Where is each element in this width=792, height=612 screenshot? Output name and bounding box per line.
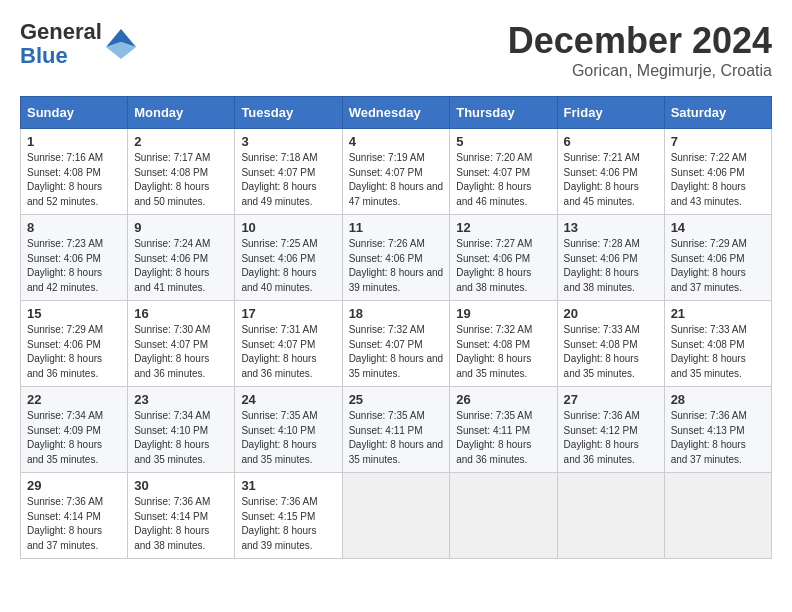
day-number: 1 bbox=[27, 134, 121, 149]
day-number: 20 bbox=[564, 306, 658, 321]
calendar-cell: 13 Sunrise: 7:28 AM Sunset: 4:06 PM Dayl… bbox=[557, 215, 664, 301]
calendar-cell: 1 Sunrise: 7:16 AM Sunset: 4:08 PM Dayli… bbox=[21, 129, 128, 215]
calendar-cell: 4 Sunrise: 7:19 AM Sunset: 4:07 PM Dayli… bbox=[342, 129, 450, 215]
calendar-cell: 3 Sunrise: 7:18 AM Sunset: 4:07 PM Dayli… bbox=[235, 129, 342, 215]
calendar-cell: 11 Sunrise: 7:26 AM Sunset: 4:06 PM Dayl… bbox=[342, 215, 450, 301]
day-info: Sunrise: 7:27 AM Sunset: 4:06 PM Dayligh… bbox=[456, 237, 550, 295]
day-number: 2 bbox=[134, 134, 228, 149]
calendar-cell: 16 Sunrise: 7:30 AM Sunset: 4:07 PM Dayl… bbox=[128, 301, 235, 387]
col-header-wednesday: Wednesday bbox=[342, 97, 450, 129]
page-header: General Blue December 2024 Gorican, Megi… bbox=[20, 20, 772, 80]
day-number: 23 bbox=[134, 392, 228, 407]
calendar-cell: 8 Sunrise: 7:23 AM Sunset: 4:06 PM Dayli… bbox=[21, 215, 128, 301]
calendar-cell: 7 Sunrise: 7:22 AM Sunset: 4:06 PM Dayli… bbox=[664, 129, 771, 215]
calendar-cell: 5 Sunrise: 7:20 AM Sunset: 4:07 PM Dayli… bbox=[450, 129, 557, 215]
calendar-week-row: 15 Sunrise: 7:29 AM Sunset: 4:06 PM Dayl… bbox=[21, 301, 772, 387]
location-subtitle: Gorican, Megimurje, Croatia bbox=[508, 62, 772, 80]
day-number: 6 bbox=[564, 134, 658, 149]
calendar-week-row: 1 Sunrise: 7:16 AM Sunset: 4:08 PM Dayli… bbox=[21, 129, 772, 215]
calendar-cell bbox=[342, 473, 450, 559]
day-info: Sunrise: 7:18 AM Sunset: 4:07 PM Dayligh… bbox=[241, 151, 335, 209]
day-info: Sunrise: 7:26 AM Sunset: 4:06 PM Dayligh… bbox=[349, 237, 444, 295]
day-number: 27 bbox=[564, 392, 658, 407]
logo-general: General bbox=[20, 19, 102, 44]
day-number: 15 bbox=[27, 306, 121, 321]
day-info: Sunrise: 7:29 AM Sunset: 4:06 PM Dayligh… bbox=[27, 323, 121, 381]
day-number: 14 bbox=[671, 220, 765, 235]
logo-icon bbox=[104, 27, 138, 61]
day-number: 24 bbox=[241, 392, 335, 407]
day-number: 3 bbox=[241, 134, 335, 149]
col-header-saturday: Saturday bbox=[664, 97, 771, 129]
calendar-cell bbox=[557, 473, 664, 559]
calendar-cell: 22 Sunrise: 7:34 AM Sunset: 4:09 PM Dayl… bbox=[21, 387, 128, 473]
day-number: 19 bbox=[456, 306, 550, 321]
calendar-cell: 26 Sunrise: 7:35 AM Sunset: 4:11 PM Dayl… bbox=[450, 387, 557, 473]
calendar-cell: 15 Sunrise: 7:29 AM Sunset: 4:06 PM Dayl… bbox=[21, 301, 128, 387]
day-number: 21 bbox=[671, 306, 765, 321]
day-info: Sunrise: 7:16 AM Sunset: 4:08 PM Dayligh… bbox=[27, 151, 121, 209]
day-number: 10 bbox=[241, 220, 335, 235]
day-info: Sunrise: 7:32 AM Sunset: 4:08 PM Dayligh… bbox=[456, 323, 550, 381]
calendar-cell: 12 Sunrise: 7:27 AM Sunset: 4:06 PM Dayl… bbox=[450, 215, 557, 301]
day-number: 16 bbox=[134, 306, 228, 321]
title-block: December 2024 Gorican, Megimurje, Croati… bbox=[508, 20, 772, 80]
logo: General Blue bbox=[20, 20, 138, 68]
day-info: Sunrise: 7:32 AM Sunset: 4:07 PM Dayligh… bbox=[349, 323, 444, 381]
day-info: Sunrise: 7:23 AM Sunset: 4:06 PM Dayligh… bbox=[27, 237, 121, 295]
day-number: 8 bbox=[27, 220, 121, 235]
day-number: 5 bbox=[456, 134, 550, 149]
calendar-cell: 24 Sunrise: 7:35 AM Sunset: 4:10 PM Dayl… bbox=[235, 387, 342, 473]
day-info: Sunrise: 7:24 AM Sunset: 4:06 PM Dayligh… bbox=[134, 237, 228, 295]
day-number: 28 bbox=[671, 392, 765, 407]
calendar-cell: 27 Sunrise: 7:36 AM Sunset: 4:12 PM Dayl… bbox=[557, 387, 664, 473]
calendar-cell: 25 Sunrise: 7:35 AM Sunset: 4:11 PM Dayl… bbox=[342, 387, 450, 473]
day-info: Sunrise: 7:19 AM Sunset: 4:07 PM Dayligh… bbox=[349, 151, 444, 209]
day-info: Sunrise: 7:33 AM Sunset: 4:08 PM Dayligh… bbox=[671, 323, 765, 381]
calendar-cell: 21 Sunrise: 7:33 AM Sunset: 4:08 PM Dayl… bbox=[664, 301, 771, 387]
day-info: Sunrise: 7:22 AM Sunset: 4:06 PM Dayligh… bbox=[671, 151, 765, 209]
logo-text: General Blue bbox=[20, 20, 102, 68]
month-title: December 2024 bbox=[508, 20, 772, 62]
calendar-cell: 31 Sunrise: 7:36 AM Sunset: 4:15 PM Dayl… bbox=[235, 473, 342, 559]
calendar-cell: 10 Sunrise: 7:25 AM Sunset: 4:06 PM Dayl… bbox=[235, 215, 342, 301]
calendar-week-row: 29 Sunrise: 7:36 AM Sunset: 4:14 PM Dayl… bbox=[21, 473, 772, 559]
col-header-monday: Monday bbox=[128, 97, 235, 129]
calendar-cell: 18 Sunrise: 7:32 AM Sunset: 4:07 PM Dayl… bbox=[342, 301, 450, 387]
calendar-cell: 17 Sunrise: 7:31 AM Sunset: 4:07 PM Dayl… bbox=[235, 301, 342, 387]
day-number: 31 bbox=[241, 478, 335, 493]
day-number: 4 bbox=[349, 134, 444, 149]
calendar-week-row: 22 Sunrise: 7:34 AM Sunset: 4:09 PM Dayl… bbox=[21, 387, 772, 473]
day-number: 22 bbox=[27, 392, 121, 407]
day-info: Sunrise: 7:17 AM Sunset: 4:08 PM Dayligh… bbox=[134, 151, 228, 209]
calendar-header-row: SundayMondayTuesdayWednesdayThursdayFrid… bbox=[21, 97, 772, 129]
day-number: 25 bbox=[349, 392, 444, 407]
calendar-cell: 6 Sunrise: 7:21 AM Sunset: 4:06 PM Dayli… bbox=[557, 129, 664, 215]
day-number: 9 bbox=[134, 220, 228, 235]
calendar-cell: 19 Sunrise: 7:32 AM Sunset: 4:08 PM Dayl… bbox=[450, 301, 557, 387]
day-info: Sunrise: 7:25 AM Sunset: 4:06 PM Dayligh… bbox=[241, 237, 335, 295]
calendar-cell: 20 Sunrise: 7:33 AM Sunset: 4:08 PM Dayl… bbox=[557, 301, 664, 387]
day-number: 11 bbox=[349, 220, 444, 235]
day-info: Sunrise: 7:33 AM Sunset: 4:08 PM Dayligh… bbox=[564, 323, 658, 381]
calendar-week-row: 8 Sunrise: 7:23 AM Sunset: 4:06 PM Dayli… bbox=[21, 215, 772, 301]
calendar-cell: 2 Sunrise: 7:17 AM Sunset: 4:08 PM Dayli… bbox=[128, 129, 235, 215]
calendar-cell: 9 Sunrise: 7:24 AM Sunset: 4:06 PM Dayli… bbox=[128, 215, 235, 301]
day-info: Sunrise: 7:35 AM Sunset: 4:11 PM Dayligh… bbox=[349, 409, 444, 467]
day-info: Sunrise: 7:20 AM Sunset: 4:07 PM Dayligh… bbox=[456, 151, 550, 209]
day-number: 12 bbox=[456, 220, 550, 235]
day-info: Sunrise: 7:36 AM Sunset: 4:14 PM Dayligh… bbox=[27, 495, 121, 553]
calendar-cell: 23 Sunrise: 7:34 AM Sunset: 4:10 PM Dayl… bbox=[128, 387, 235, 473]
calendar-cell: 14 Sunrise: 7:29 AM Sunset: 4:06 PM Dayl… bbox=[664, 215, 771, 301]
day-info: Sunrise: 7:35 AM Sunset: 4:10 PM Dayligh… bbox=[241, 409, 335, 467]
day-number: 7 bbox=[671, 134, 765, 149]
day-info: Sunrise: 7:28 AM Sunset: 4:06 PM Dayligh… bbox=[564, 237, 658, 295]
calendar-table: SundayMondayTuesdayWednesdayThursdayFrid… bbox=[20, 96, 772, 559]
calendar-cell: 29 Sunrise: 7:36 AM Sunset: 4:14 PM Dayl… bbox=[21, 473, 128, 559]
day-info: Sunrise: 7:36 AM Sunset: 4:14 PM Dayligh… bbox=[134, 495, 228, 553]
day-info: Sunrise: 7:29 AM Sunset: 4:06 PM Dayligh… bbox=[671, 237, 765, 295]
col-header-friday: Friday bbox=[557, 97, 664, 129]
day-number: 13 bbox=[564, 220, 658, 235]
day-info: Sunrise: 7:31 AM Sunset: 4:07 PM Dayligh… bbox=[241, 323, 335, 381]
day-info: Sunrise: 7:21 AM Sunset: 4:06 PM Dayligh… bbox=[564, 151, 658, 209]
